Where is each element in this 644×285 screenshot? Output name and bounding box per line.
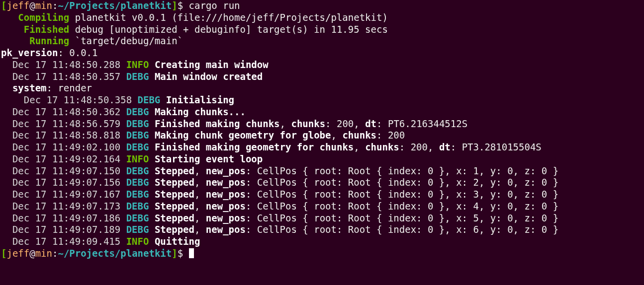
log-space [149,224,154,235]
log-level: DEBG [138,94,161,105]
prompt-bracket: [ [1,0,6,11]
log-msg-text: , [194,224,206,235]
log-space [149,142,154,152]
log-msg-text: : CellPos { root: Root { index: 0 }, x: … [246,177,558,188]
log-indent [1,189,12,200]
log-msg-bold: new_pos [206,177,246,188]
terminal-output[interactable]: [jeff@min:~/Projects/planetkit]$ cargo r… [0,0,644,260]
log-space [149,165,154,176]
log-msg-bold: Stepped [155,189,194,200]
log-msg-bold: new_pos [206,189,246,200]
cargo-finished: Finished debug [unoptimized + debuginfo]… [1,24,643,36]
log-line: Dec 17 11:48:50.358 DEBG Initialising [1,94,643,106]
log-msg: Initialising [166,94,234,105]
log-indent [1,177,12,188]
log-line: Dec 17 11:49:07.186 DEBG Stepped, new_po… [1,213,643,224]
log-level: DEBG [126,130,149,141]
log-level: DEBG [126,71,149,82]
log-msg-bold: Stepped [155,165,194,176]
log-msg-bold: Finished making geometry for chunks [155,142,354,152]
prompt-sigil: $ [178,248,189,259]
log-indent [1,71,12,82]
cargo-label: Running [1,35,75,46]
log-space [149,106,154,117]
log-timestamp: Dec 17 11:48:50.288 [12,59,126,70]
log-msg-bold: chunks [342,130,376,141]
log-msg-text: , [194,201,206,212]
log-line: Dec 17 11:48:50.357 DEBG Main window cre… [1,71,643,83]
log-msg-text: : CellPos { root: Root { index: 0 }, x: … [246,213,558,223]
log-space [149,130,154,141]
log-space [149,118,154,129]
log-msg-bold: Making chunk geometry for globe [155,130,331,141]
log-timestamp: Dec 17 11:48:50.362 [12,106,126,117]
log-indent [1,82,12,93]
log-level: DEBG [126,177,149,188]
log-level: INFO [126,236,149,247]
log-msg-bold: Stepped [155,177,194,188]
log-msg-text: , [194,213,206,223]
log-timestamp: Dec 17 11:49:02.164 [12,153,126,164]
log-space [149,201,154,212]
cursor-icon [189,248,194,258]
log-level: INFO [126,153,149,164]
log-msg-text: , [194,189,206,200]
log-msg-bold: Stepped [155,213,194,223]
log-level: DEBG [126,106,149,117]
system-line: system: render [1,82,643,94]
log-line: Dec 17 11:48:56.579 DEBG Finished making… [1,118,643,130]
log-indent [1,224,12,235]
log-timestamp: Dec 17 11:48:50.357 [12,71,126,82]
log-msg: Quitting [155,236,200,247]
log-line: Dec 17 11:49:02.164 INFO Starting event … [1,153,643,165]
log-msg-text: : CellPos { root: Root { index: 0 }, x: … [246,224,558,235]
log-msg-text: : 200, [399,142,439,152]
version-key: pk_version [1,47,58,58]
log-msg-bold: new_pos [206,213,246,223]
log-line: Dec 17 11:49:07.189 DEBG Stepped, new_po… [1,224,643,236]
prompt-path: ~/Projects/planetkit [58,0,172,11]
log-timestamp: Dec 17 11:49:07.150 [12,165,126,176]
log-msg-text: : CellPos { root: Root { index: 0 }, x: … [246,165,558,176]
log-indent [1,118,12,129]
cargo-body: planetkit v0.0.1 (file:///home/jeff/Proj… [75,12,388,23]
log-line: Dec 17 11:49:02.100 DEBG Finished making… [1,142,643,153]
log-msg: Creating main window [155,59,269,70]
prompt-at: @ [29,0,35,11]
log-timestamp: Dec 17 11:49:07.156 [12,177,126,188]
prompt-colon: : [52,248,58,259]
log-indent [1,213,12,223]
log-timestamp: Dec 17 11:48:58.818 [12,130,126,141]
log-line: Dec 17 11:49:07.167 DEBG Stepped, new_po… [1,189,643,201]
log-msg-text: , [194,177,206,188]
log-indent [1,106,12,117]
log-line: Dec 17 11:49:09.415 INFO Quitting [1,236,643,248]
log-timestamp: Dec 17 11:49:07.186 [12,213,126,223]
log-timestamp: Dec 17 11:48:50.358 [24,94,138,105]
prompt-sigil: $ [178,0,189,11]
log-space [160,94,166,105]
log-line: Dec 17 11:48:50.288 INFO Creating main w… [1,59,643,71]
log-msg-text: : 200 [376,130,405,141]
log-space [149,236,154,247]
log-timestamp: Dec 17 11:49:07.173 [12,201,126,212]
log-level: DEBG [126,189,149,200]
log-level: DEBG [126,142,149,152]
version-line: pk_version: 0.0.1 [1,47,643,59]
prompt-bracket: ] [172,248,177,259]
log-space [149,213,154,223]
prompt-colon: : [52,0,58,11]
log-indent [1,142,12,152]
log-line: Dec 17 11:49:07.156 DEBG Stepped, new_po… [1,177,643,189]
log-msg-bold: Stepped [155,224,194,235]
log-msg-bold: new_pos [206,201,246,212]
log-level: INFO [126,59,149,70]
log-space [149,177,154,188]
log-msg-text: , [280,118,291,129]
log-msg-bold: dt [439,142,451,152]
log-msg-text: : CellPos { root: Root { index: 0 }, x: … [246,201,558,212]
log-indent [1,236,12,247]
command-input[interactable]: cargo run [189,0,240,11]
cargo-label: Finished [1,24,75,35]
log-indent [1,153,12,164]
